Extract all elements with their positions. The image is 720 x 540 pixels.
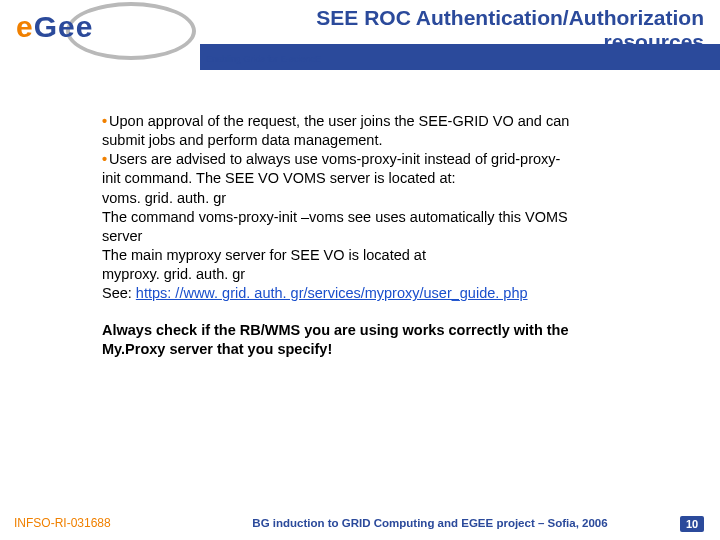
body-text: Users are advised to always use voms-pro…	[109, 151, 560, 167]
title-line-1: SEE ROC Authentication/Authorization	[316, 6, 704, 30]
body-text: voms. grid. auth. gr	[102, 189, 688, 208]
logo-tagline: Enabling Grids for E-sciencE	[206, 54, 321, 64]
footer-reference: INFSO-RI-031688	[0, 516, 180, 530]
page-number: 10	[680, 516, 704, 532]
body-text: The command voms-proxy-init –voms see us…	[102, 208, 688, 227]
slide-footer: INFSO-RI-031688 BG induction to GRID Com…	[0, 506, 720, 540]
egee-logo: eGee	[8, 4, 188, 68]
body-text: submit jobs and perform data management.	[102, 131, 688, 150]
emphasis-text: Always check if the RB/WMS you are using…	[102, 321, 688, 340]
emphasis-text: My.Proxy server that you specify!	[102, 340, 688, 359]
footer-caption: BG induction to GRID Computing and EGEE …	[180, 517, 680, 529]
body-text: The main myproxy server for SEE VO is lo…	[102, 246, 688, 265]
page-indicator: 10	[680, 514, 720, 532]
body-text: See: https: //www. grid. auth. gr/servic…	[102, 284, 688, 303]
body-text: myproxy. grid. auth. gr	[102, 265, 688, 284]
bullet-icon: •	[102, 151, 107, 167]
bullet-icon: •	[102, 113, 107, 129]
user-guide-link[interactable]: https: //www. grid. auth. gr/services/my…	[136, 285, 528, 301]
body-text: server	[102, 227, 688, 246]
bullet-item: •Upon approval of the request, the user …	[102, 112, 688, 131]
slide-header: SEE ROC Authentication/Authorization res…	[0, 0, 720, 78]
slide-body: •Upon approval of the request, the user …	[102, 112, 688, 360]
see-label: See:	[102, 285, 136, 301]
logo-text: eGee	[16, 10, 93, 44]
bullet-item: •Users are advised to always use voms-pr…	[102, 150, 688, 169]
body-text: Upon approval of the request, the user j…	[109, 113, 569, 129]
body-text: init command. The SEE VO VOMS server is …	[102, 169, 688, 188]
spacer	[102, 303, 688, 321]
